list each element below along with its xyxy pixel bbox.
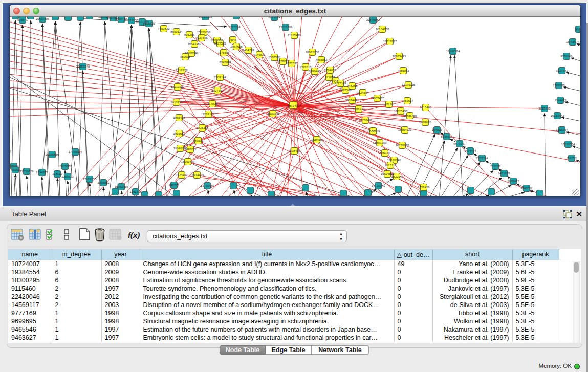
svg-text:989615: 989615 xyxy=(180,55,191,58)
svg-text:10025458: 10025458 xyxy=(394,110,408,113)
svg-text:39153: 39153 xyxy=(11,168,20,171)
svg-text:2718176: 2718176 xyxy=(176,69,188,72)
svg-text:6679197: 6679197 xyxy=(453,142,466,145)
svg-text:7955812: 7955812 xyxy=(315,58,328,61)
svg-text:10688609: 10688609 xyxy=(366,129,380,133)
svg-text:2967608: 2967608 xyxy=(230,45,243,48)
svg-text:1095811: 1095811 xyxy=(98,181,110,184)
svg-text:3215955: 3215955 xyxy=(538,107,551,110)
svg-text:8813014: 8813014 xyxy=(268,17,280,19)
svg-text:18300295: 18300295 xyxy=(266,112,280,115)
svg-text:9084067: 9084067 xyxy=(379,151,391,155)
svg-text:1209388: 1209388 xyxy=(553,84,565,87)
svg-text:1538454: 1538454 xyxy=(288,149,300,152)
svg-text:11325419: 11325419 xyxy=(288,34,301,37)
svg-text:2803144: 2803144 xyxy=(214,76,226,79)
svg-text:9227341: 9227341 xyxy=(556,69,568,72)
svg-text:8454749: 8454749 xyxy=(242,49,254,52)
svg-text:16914479: 16914479 xyxy=(190,173,204,177)
svg-text:9777169: 9777169 xyxy=(334,82,346,85)
svg-text:18654923: 18654923 xyxy=(398,128,412,132)
svg-text:18807299: 18807299 xyxy=(373,141,387,144)
svg-text:1588520: 1588520 xyxy=(268,56,280,59)
svg-text:3875685: 3875685 xyxy=(217,51,230,54)
svg-text:1294275: 1294275 xyxy=(36,171,48,174)
svg-text:10961758: 10961758 xyxy=(306,51,319,54)
svg-text:20206556: 20206556 xyxy=(46,153,59,156)
svg-text:1362615: 1362615 xyxy=(299,65,312,69)
svg-text:1916682: 1916682 xyxy=(173,132,185,135)
svg-text:9327505: 9327505 xyxy=(195,36,208,39)
svg-text:18724007: 18724007 xyxy=(288,104,301,107)
svg-text:16648784: 16648784 xyxy=(446,50,460,53)
svg-text:8471676: 8471676 xyxy=(498,172,510,175)
svg-text:10756928: 10756928 xyxy=(396,144,409,147)
svg-text:1610755: 1610755 xyxy=(170,101,183,104)
svg-text:16033809: 16033809 xyxy=(199,17,212,18)
svg-text:10973493: 10973493 xyxy=(393,55,406,58)
svg-text:62160: 62160 xyxy=(385,103,394,106)
svg-text:185061: 185061 xyxy=(10,165,19,168)
svg-text:763262: 763262 xyxy=(490,165,501,168)
svg-text:9474444: 9474444 xyxy=(464,149,476,152)
svg-text:22420046: 22420046 xyxy=(185,52,199,55)
svg-text:20364436: 20364436 xyxy=(345,99,359,102)
svg-text:7485063: 7485063 xyxy=(397,69,409,72)
svg-text:1463627: 1463627 xyxy=(401,99,413,102)
svg-text:10154808: 10154808 xyxy=(376,28,389,31)
svg-text:9245052: 9245052 xyxy=(520,187,533,190)
svg-text:17957255: 17957255 xyxy=(83,178,97,181)
svg-text:891295: 891295 xyxy=(184,33,195,36)
svg-text:15751074: 15751074 xyxy=(566,40,580,43)
svg-text:13716485: 13716485 xyxy=(201,184,214,187)
svg-text:1498222: 1498222 xyxy=(184,148,197,151)
svg-text:117006: 117006 xyxy=(207,102,217,105)
svg-text:9115460: 9115460 xyxy=(420,106,432,109)
svg-text:19384554: 19384554 xyxy=(310,138,324,141)
svg-text:16099459: 16099459 xyxy=(181,160,195,163)
svg-text:8938915: 8938915 xyxy=(441,135,453,138)
svg-text:6497568: 6497568 xyxy=(339,89,352,92)
svg-text:1621072: 1621072 xyxy=(323,76,335,79)
svg-text:6794028: 6794028 xyxy=(324,69,336,72)
svg-text:7663822: 7663822 xyxy=(158,27,170,30)
svg-text:1244415: 1244415 xyxy=(554,99,567,102)
svg-text:1733426: 1733426 xyxy=(418,186,430,189)
svg-text:15720407: 15720407 xyxy=(359,119,373,122)
svg-text:16782759: 16782759 xyxy=(115,185,128,188)
svg-text:6099695: 6099695 xyxy=(419,121,431,124)
svg-text:1569297: 1569297 xyxy=(556,128,568,132)
svg-text:2242848: 2242848 xyxy=(219,61,231,64)
svg-text:164099: 164099 xyxy=(432,128,443,132)
svg-text:252214: 252214 xyxy=(391,175,402,178)
svg-text:17016504: 17016504 xyxy=(561,143,575,146)
svg-text:15226058: 15226058 xyxy=(197,31,211,34)
svg-text:7546: 7546 xyxy=(229,38,236,41)
svg-text:12156829: 12156829 xyxy=(20,170,34,173)
svg-text:16543362: 16543362 xyxy=(188,42,202,46)
svg-text:1250513: 1250513 xyxy=(61,175,74,178)
svg-text:10807487: 10807487 xyxy=(371,97,384,100)
svg-text:10975887: 10975887 xyxy=(58,165,72,168)
svg-text:2935114: 2935114 xyxy=(476,157,489,160)
svg-text:6990448: 6990448 xyxy=(309,70,321,73)
svg-text:14136141: 14136141 xyxy=(372,184,385,187)
svg-text:8660124: 8660124 xyxy=(170,30,183,33)
svg-text:1435358: 1435358 xyxy=(196,126,208,129)
svg-text:20891406: 20891406 xyxy=(36,17,50,20)
svg-text:9329966: 9329966 xyxy=(560,55,573,58)
svg-text:16210643: 16210643 xyxy=(551,114,564,117)
svg-text:587831: 587831 xyxy=(193,139,204,142)
svg-text:f(x): f(x) xyxy=(128,231,140,239)
svg-text:16120746: 16120746 xyxy=(387,159,401,162)
svg-text:945777: 945777 xyxy=(169,184,180,187)
svg-text:8427552: 8427552 xyxy=(211,89,224,92)
svg-text:8322037: 8322037 xyxy=(277,60,289,63)
svg-text:1292346: 1292346 xyxy=(129,190,142,193)
svg-text:12375115: 12375115 xyxy=(402,83,416,86)
svg-text:7386322: 7386322 xyxy=(353,107,365,111)
svg-text:15495756: 15495756 xyxy=(403,114,417,117)
svg-text:3267110: 3267110 xyxy=(203,113,215,116)
svg-text:9327505: 9327505 xyxy=(214,42,226,45)
svg-text:1965498: 1965498 xyxy=(173,116,185,119)
